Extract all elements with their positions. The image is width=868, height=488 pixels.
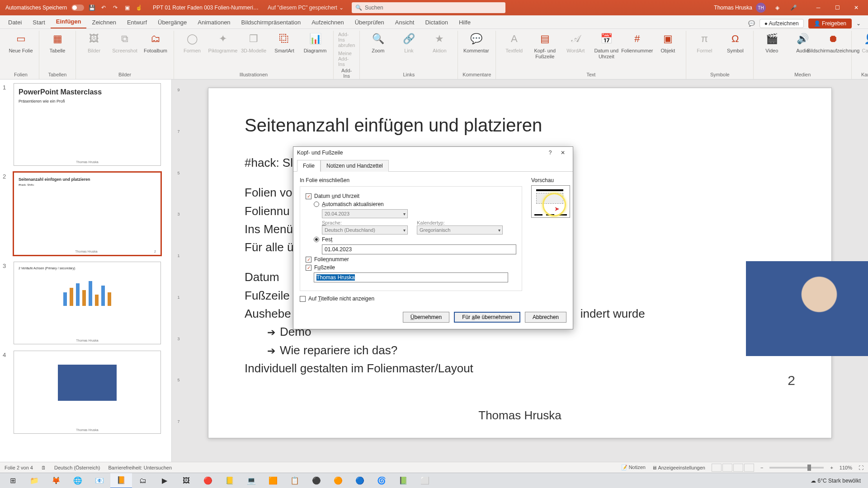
app-icon[interactable]: 🟧 xyxy=(262,473,284,488)
explorer-icon[interactable]: 📁 xyxy=(24,473,45,488)
my-addins-button[interactable]: Meine Add-Ins xyxy=(338,51,355,67)
tab-design[interactable]: Entwurf xyxy=(122,16,152,28)
chrome-icon[interactable]: 🌐 xyxy=(67,473,89,488)
onenote-icon[interactable]: 📒 xyxy=(219,473,241,488)
display-settings-button[interactable]: 🖥 Anzeigeeinstellungen xyxy=(652,465,705,470)
reading-view-button[interactable] xyxy=(733,464,743,472)
datetime-button[interactable]: 📅Datum und Uhrzeit xyxy=(593,32,620,59)
tab-help[interactable]: Hilfe xyxy=(453,16,476,28)
zoom-slider[interactable] xyxy=(769,467,824,469)
tab-draw[interactable]: Zeichnen xyxy=(86,16,121,28)
autosave-toggle[interactable]: Automatisches Speichern xyxy=(3,5,87,11)
checkbox-footer[interactable]: ✓ xyxy=(306,265,311,271)
checkbox-datetime[interactable]: ✓ xyxy=(306,193,311,199)
firefox-icon[interactable]: 🦊 xyxy=(45,473,67,488)
screenshot-button[interactable]: ⧉Screenshot xyxy=(111,32,138,54)
close-button[interactable]: ✕ xyxy=(557,150,569,156)
powerpoint-icon[interactable]: 📙 xyxy=(110,473,132,488)
slide-thumb-3[interactable]: 2 Verläufe Achsen (Primary / secondary) … xyxy=(14,262,161,344)
notes-button[interactable]: 📝 Notizen xyxy=(621,465,646,470)
tab-start[interactable]: Start xyxy=(27,16,50,28)
new-slide-button[interactable]: ▭Neue Folie xyxy=(7,32,34,54)
fit-slide-button[interactable]: ⛶ xyxy=(859,465,863,470)
mic-icon[interactable]: 🎤 xyxy=(788,3,798,13)
zoom-icon[interactable]: 🔵 xyxy=(349,473,371,488)
app-icon[interactable]: 📋 xyxy=(284,473,306,488)
help-button[interactable]: ? xyxy=(544,150,557,156)
undo-icon[interactable]: ↶ xyxy=(99,3,108,13)
obs-icon[interactable]: ⚫ xyxy=(306,473,327,488)
app-icon[interactable]: 🖼 xyxy=(175,473,197,488)
icons-button[interactable]: ✦Piktogramme xyxy=(209,32,236,54)
vlc-icon[interactable]: ▶ xyxy=(154,473,175,488)
tab-review[interactable]: Überprüfen xyxy=(349,16,390,28)
smartart-button[interactable]: ⿻SmartArt xyxy=(271,32,298,54)
equation-button[interactable]: πFormel xyxy=(691,32,718,54)
app-icon[interactable]: 🔴 xyxy=(197,473,219,488)
app-icon[interactable]: 🟠 xyxy=(327,473,349,488)
start-button[interactable]: ⊞ xyxy=(2,473,24,488)
chevron-down-icon[interactable]: ⌄ xyxy=(856,20,861,27)
radio-fixed[interactable] xyxy=(314,237,319,242)
symbol-button[interactable]: ΩSymbol xyxy=(722,32,749,54)
accessibility-status[interactable]: Barrierefreiheit: Untersuchen xyxy=(108,465,172,470)
slide-thumb-2[interactable]: Seitenanzahl einfügen und platzieren #ha… xyxy=(14,172,161,255)
slide-count[interactable]: Folie 2 von 4 xyxy=(5,465,33,470)
video-button[interactable]: 🎬Video xyxy=(758,32,785,54)
slide-thumb-4[interactable]: Thomas Hruska xyxy=(14,351,161,433)
dialog-tab-notes[interactable]: Notizen und Handzettel xyxy=(321,160,389,172)
radio-auto[interactable] xyxy=(314,202,319,207)
weather-widget[interactable]: ☁ 6°C Stark bewölkt xyxy=(811,478,861,484)
comments-toggle-icon[interactable]: 💬 xyxy=(748,20,755,27)
minimize-button[interactable]: ─ xyxy=(809,1,827,14)
tab-dictation[interactable]: Dictation xyxy=(420,16,453,28)
cancel-button[interactable]: Abbrechen xyxy=(525,312,566,323)
vscode-icon[interactable]: 💻 xyxy=(241,473,262,488)
tab-file[interactable]: Datei xyxy=(3,16,27,28)
screenrec-button[interactable]: ⏺Bildschirmaufzeichnung xyxy=(820,32,847,54)
textbox-button[interactable]: ATextfeld xyxy=(500,32,528,54)
checkbox-hide-title[interactable] xyxy=(300,296,306,302)
tab-slideshow[interactable]: Bildschirmpräsentation xyxy=(236,16,307,28)
object-button[interactable]: ▣Objekt xyxy=(654,32,681,54)
edge-icon[interactable]: 🌀 xyxy=(371,473,392,488)
zoom-in-button[interactable]: + xyxy=(830,465,833,470)
footer-input[interactable]: Thomas Hruska xyxy=(314,272,508,282)
wordart-button[interactable]: 𝒜WordArt xyxy=(562,32,589,54)
outlook-icon[interactable]: 📧 xyxy=(89,473,110,488)
tab-view[interactable]: Ansicht xyxy=(390,16,420,28)
comment-button[interactable]: 💬Kommentar xyxy=(462,32,490,54)
checkbox-slidenum[interactable]: ✓ xyxy=(306,257,311,263)
filename[interactable]: PPT 01 Roter Faden 003 Folien-Nummeri… xyxy=(153,5,259,11)
zoom-button[interactable]: 🔍Zoom xyxy=(364,32,392,54)
tab-insert[interactable]: Einfügen xyxy=(51,15,87,28)
language-status[interactable]: Deutsch (Österreich) xyxy=(54,465,100,470)
link-button[interactable]: 🔗Link xyxy=(395,32,422,54)
header-footer-button[interactable]: ▤Kopf- und Fußzeile xyxy=(531,32,558,59)
apply-all-button[interactable]: Für alle übernehmen xyxy=(454,312,520,323)
app-icon[interactable]: 🗂 xyxy=(132,473,154,488)
pictures-button[interactable]: 🖼Bilder xyxy=(80,32,108,54)
slidenum-button[interactable]: #Foliennummer xyxy=(623,32,651,54)
dialog-tab-slide[interactable]: Folie xyxy=(297,160,321,172)
chevron-down-icon[interactable]: ⌄ xyxy=(339,5,344,11)
normal-view-button[interactable] xyxy=(712,464,722,472)
action-button[interactable]: ★Aktion xyxy=(426,32,453,54)
save-icon[interactable]: 💾 xyxy=(87,3,97,13)
album-button[interactable]: 🗂Fotoalbum xyxy=(142,32,169,54)
share-button[interactable]: 👤 Freigeben xyxy=(808,19,852,28)
maximize-button[interactable]: ☐ xyxy=(828,1,846,14)
tab-transitions[interactable]: Übergänge xyxy=(152,16,192,28)
fixed-date-input[interactable]: 01.04.2023 xyxy=(322,244,516,254)
app-icon[interactable]: ⬜ xyxy=(414,473,436,488)
cameo-button[interactable]: 👤Cameo xyxy=(856,32,868,54)
chart-button[interactable]: 📊Diagramm xyxy=(302,32,329,54)
tab-animations[interactable]: Animationen xyxy=(192,16,236,28)
excel-icon[interactable]: 📗 xyxy=(392,473,414,488)
touch-icon[interactable]: ☝ xyxy=(134,3,144,13)
get-addins-button[interactable]: Add-Ins abrufen xyxy=(338,32,355,48)
slideshow-icon[interactable]: ▣ xyxy=(122,3,132,13)
slide-thumb-1[interactable]: PowerPoint Masterclass Präsentieren wie … xyxy=(14,83,161,166)
close-button[interactable]: ✕ xyxy=(847,1,865,14)
redo-icon[interactable]: ↷ xyxy=(110,3,120,13)
